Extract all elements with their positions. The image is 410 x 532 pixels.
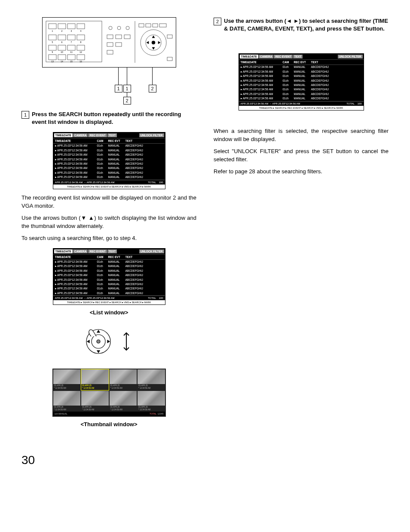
table-row: ▸ APR.25.03*12:34:56 AM01chMANUALABCDEFG… bbox=[239, 87, 364, 92]
svg-rect-5 bbox=[49, 35, 56, 40]
svg-rect-15 bbox=[67, 55, 75, 60]
svg-rect-24 bbox=[116, 43, 122, 46]
svg-rect-3 bbox=[67, 24, 75, 29]
svg-text:6: 6 bbox=[61, 41, 62, 43]
svg-rect-13 bbox=[49, 55, 56, 60]
jog-illustration bbox=[21, 324, 196, 360]
svg-text:16: 16 bbox=[80, 60, 82, 63]
paragraph: Use the arrows button (▼ ▲) to switch di… bbox=[21, 214, 196, 231]
svg-text:1: 1 bbox=[52, 30, 53, 32]
svg-text:10: 10 bbox=[61, 51, 63, 53]
table-row: ▸ APR.25.03*12:34:56 AM01chMANUALABCDEFG… bbox=[239, 96, 364, 101]
table-row: ▸ APR.25.03*12:34:56 AM01chMANUALABCDEFG… bbox=[53, 286, 165, 291]
paragraph: When a searching filter is selected, the… bbox=[214, 127, 389, 144]
thumbnail-item: 03.APR.25* 12:34:56 AM bbox=[110, 391, 137, 412]
table-row: ▸ APR.25.03*12:34:56 AM01chMANUALABCDEFG… bbox=[53, 148, 165, 153]
list-window: TIME&DATE CAMERA REC EVENT TEXT UNLOCK F… bbox=[239, 53, 364, 110]
table-row: ▸ APR.25.03*12:34:56 AM01chMANUALABCDEFG… bbox=[53, 171, 165, 175]
list-window: TIME&DATE CAMERA REC EVENT TEXT UNLOCK F… bbox=[53, 132, 165, 189]
table-row: ▸ APR.25.03*12:34:56 AM01chMANUALABCDEFG… bbox=[53, 282, 165, 286]
svg-rect-1 bbox=[49, 24, 56, 29]
svg-text:7: 7 bbox=[70, 41, 72, 43]
paragraph: The recording event list window will be … bbox=[21, 194, 196, 210]
svg-rect-20 bbox=[107, 35, 113, 39]
table-row: ▸ APR.25.03*12:34:56 AM01chMANUALABCDEFG… bbox=[53, 273, 165, 277]
table-row: ▸ APR.25.03*12:34:56 AM01chMANUALABCDEFG… bbox=[53, 175, 165, 179]
svg-rect-0 bbox=[46, 21, 102, 62]
thumb-grid: 03.APR.25* 12:34:56 AM03.APR.25* 12:34:5… bbox=[53, 369, 165, 412]
table-row: ▸ APR.25.03*12:34:56 AM01chMANUALABCDEFG… bbox=[239, 83, 364, 87]
step-2: 2 Use the arrows button (◄ ►) to select … bbox=[214, 17, 389, 33]
svg-text:9: 9 bbox=[52, 51, 53, 53]
control-panel-diagram: 1234 5678 9101112 13141516 bbox=[42, 17, 176, 68]
table-row: ▸ APR.25.03*12:34:56 AM01chMANUALABCDEFG… bbox=[53, 157, 165, 162]
thumbnail-window: 03.APR.25* 12:34:56 AM03.APR.25* 12:34:5… bbox=[52, 369, 166, 417]
svg-rect-31 bbox=[146, 24, 151, 27]
paragraph: Select "UNLOCK FILTER" and press the SET… bbox=[214, 147, 389, 164]
svg-rect-7 bbox=[67, 35, 75, 40]
step-text: Use the arrows button (◄ ►) to select a … bbox=[224, 17, 389, 33]
page-number: 30 bbox=[21, 453, 389, 467]
svg-rect-2 bbox=[58, 24, 66, 29]
table-row: ▸ APR.25.03*12:34:56 AM01chMANUALABCDEFG… bbox=[53, 260, 165, 264]
svg-rect-16 bbox=[77, 55, 85, 60]
svg-rect-22 bbox=[124, 35, 130, 39]
table-row: ▸ APR.25.03*12:34:56 AM01chMANUALABCDEFG… bbox=[53, 162, 165, 166]
table-row: ▸ APR.25.03*12:34:56 AM01chMANUALABCDEFG… bbox=[53, 153, 165, 157]
thumbnail-item: 03.APR.25* 12:34:56 AM bbox=[138, 369, 165, 390]
step-number: 1 bbox=[21, 111, 29, 119]
thumbnail-item: 03.APR.25* 12:34:56 AM bbox=[110, 369, 137, 390]
list-window: TIME&DATE CAMERA REC EVENT TEXT UNLOCK F… bbox=[53, 248, 165, 305]
svg-text:4: 4 bbox=[80, 30, 81, 32]
thumb-caption: <Thumbnail window> bbox=[21, 421, 196, 427]
svg-point-17 bbox=[109, 26, 112, 30]
svg-text:14: 14 bbox=[61, 60, 63, 63]
list-rows-3: ▸ APR.25.03*12:34:56 AM01chMANUALABCDEFG… bbox=[239, 65, 364, 101]
list-tabs: TIME&DATE CAMERA REC EVENT TEXT UNLOCK F… bbox=[53, 132, 165, 138]
svg-point-19 bbox=[126, 26, 129, 30]
paragraph: Refer to page 28 about the searching fil… bbox=[214, 167, 389, 176]
svg-rect-10 bbox=[58, 45, 66, 50]
table-row: ▸ APR.25.03*12:34:56 AM01chMANUALABCDEFG… bbox=[53, 278, 165, 282]
svg-rect-9 bbox=[49, 45, 56, 50]
list-caption: <List window> bbox=[21, 309, 196, 316]
table-row: ▸ APR.25.03*12:34:56 AM01chMANUALABCDEFG… bbox=[239, 79, 364, 83]
thumbnail-item: 03.APR.25* 12:34:56 AM bbox=[81, 391, 109, 412]
svg-rect-33 bbox=[159, 24, 166, 27]
table-row: ▸ APR.25.03*12:34:56 AM01chMANUALABCDEFG… bbox=[53, 166, 165, 170]
table-row: ▸ APR.25.03*12:34:56 AM01chMANUALABCDEFG… bbox=[53, 291, 165, 295]
step-text: Press the SEARCH button repeatedly until… bbox=[32, 111, 196, 126]
table-row: ▸ APR.25.03*12:34:56 AM01chMANUALABCDEFG… bbox=[53, 269, 165, 273]
svg-text:8: 8 bbox=[80, 41, 81, 43]
table-row: ▸ APR.25.03*12:34:56 AM01chMANUALABCDEFG… bbox=[239, 70, 364, 74]
svg-rect-14 bbox=[58, 55, 66, 60]
svg-point-29 bbox=[152, 41, 155, 44]
svg-rect-6 bbox=[58, 35, 66, 40]
step-1: 1 Press the SEARCH button repeatedly unt… bbox=[21, 111, 196, 126]
svg-text:5: 5 bbox=[52, 41, 53, 43]
svg-text:15: 15 bbox=[70, 60, 73, 63]
svg-rect-34 bbox=[167, 35, 172, 38]
thumbnail-item: 03.APR.25* 12:34:56 AM bbox=[138, 391, 165, 412]
svg-text:3: 3 bbox=[70, 30, 72, 32]
thumbnail-item: 03.APR.25* 12:34:56 AM bbox=[81, 369, 109, 390]
svg-rect-32 bbox=[153, 24, 158, 27]
svg-text:12: 12 bbox=[80, 51, 82, 53]
svg-rect-12 bbox=[77, 45, 85, 50]
svg-rect-21 bbox=[116, 35, 122, 39]
svg-text:2: 2 bbox=[61, 30, 62, 32]
svg-rect-11 bbox=[67, 45, 75, 50]
svg-rect-25 bbox=[107, 50, 113, 54]
table-row: ▸ APR.25.03*12:34:56 AM01chMANUALABCDEFG… bbox=[53, 144, 165, 148]
svg-point-54 bbox=[97, 340, 100, 343]
svg-rect-30 bbox=[139, 24, 144, 27]
list-rows-2: ▸ APR.25.03*12:34:56 AM01chMANUALABCDEFG… bbox=[53, 260, 165, 295]
svg-rect-35 bbox=[167, 57, 172, 61]
svg-text:13: 13 bbox=[51, 60, 54, 63]
table-row: ▸ APR.25.03*12:34:56 AM01chMANUALABCDEFG… bbox=[239, 65, 364, 69]
thumbnail-item: 03.APR.25* 12:34:56 AM bbox=[53, 391, 81, 412]
svg-point-18 bbox=[117, 26, 121, 30]
table-row: ▸ APR.25.03*12:34:56 AM01chMANUALABCDEFG… bbox=[239, 74, 364, 78]
step-number: 2 bbox=[214, 18, 221, 25]
svg-rect-23 bbox=[107, 43, 113, 46]
